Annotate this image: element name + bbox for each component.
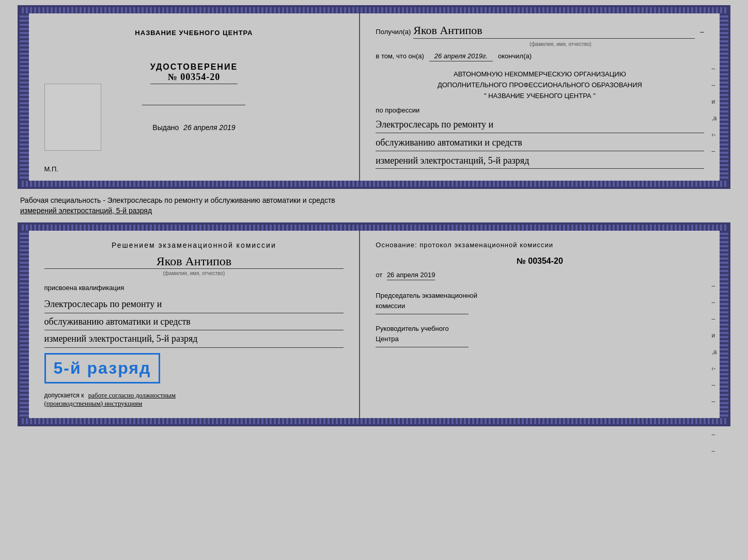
grade-text: 5-й разряд <box>54 359 151 377</box>
qual-line2: обслуживанию автоматики и средств <box>44 313 344 330</box>
in-that-line: в том, что он(а) 26 апреля 2019г. окончи… <box>376 52 704 61</box>
dash5: ‹- <box>712 131 717 138</box>
grade-box: 5-й разряд <box>44 353 161 383</box>
right-side-marks-bottom: – – – и ,а ‹- – – – – – <box>712 282 717 455</box>
protocol-number: № 00354-20 <box>376 257 704 266</box>
person-name: Яков Антипов <box>44 254 344 269</box>
qual-line3: измерений электростанций, 5-й разряд <box>44 330 344 347</box>
recipient-prefix: Получил(а) <box>376 28 411 36</box>
right-side-marks: – – и ,а ‹- – <box>712 65 717 155</box>
from-date: от 26 апреля 2019 <box>376 271 704 279</box>
admitted-cursive2: (производственным) инструкциям <box>44 399 344 408</box>
mp-label: М.П. <box>44 165 58 173</box>
qualification-label: присвоена квалификация <box>44 284 344 292</box>
director-label2: Центра <box>376 335 704 343</box>
profession-line2: обслуживанию автоматики и средств <box>376 135 704 151</box>
cert-number: № 00354-20 <box>150 72 238 84</box>
profession-line3: измерений электростанций, 5-й разряд <box>376 153 704 169</box>
dash1: – <box>712 65 717 72</box>
decision-title: Решением экзаменационной комиссии <box>44 241 344 249</box>
profession-line1: Электрослесарь по ремонту и <box>376 117 704 133</box>
fio-label: (фамилия, имя, отчество) <box>44 270 344 276</box>
org-line2: ДОПОЛНИТЕЛЬНОГО ПРОФЕССИОНАЛЬНОГО ОБРАЗО… <box>376 80 704 91</box>
cert-section: УДОСТОВЕРЕНИЕ № 00354-20 <box>150 62 238 84</box>
in-that-prefix: в том, что он(а) <box>376 52 424 60</box>
admitted-cursive: работе согласно должностным <box>88 391 176 399</box>
between-line2: измерений электростанций, 5-й разряд <box>20 206 728 216</box>
org-block: АВТОНОМНУЮ НЕКОММЕРЧЕСКУЮ ОРГАНИЗАЦИЮ ДО… <box>376 69 704 101</box>
admitted-line: допускается к работе согласно должностны… <box>44 391 344 399</box>
director-label1: Руководитель учебного <box>376 325 704 332</box>
from-date-value: 26 апреля 2019 <box>387 271 435 280</box>
recipient-name: Яков Антипов <box>413 24 695 39</box>
admitted-prefix: допускается к <box>44 392 84 399</box>
school-name-top: НАЗВАНИЕ УЧЕБНОГО ЦЕНТРА <box>135 29 253 37</box>
director-signature-line <box>376 347 469 347</box>
basis-title: Основание: протокол экзаменационной коми… <box>376 241 704 249</box>
dash6: – <box>712 148 717 155</box>
chair-signature-line <box>376 314 469 314</box>
dash3: и <box>712 98 717 105</box>
recipient-sublabel: (фамилия, имя, отчество) <box>417 41 704 47</box>
org-line1: АВТОНОМНУЮ НЕКОММЕРЧЕСКУЮ ОРГАНИЗАЦИЮ <box>376 69 704 80</box>
org-line3: " НАЗВАНИЕ УЧЕБНОГО ЦЕНТРА " <box>376 91 704 102</box>
bottom-right-page: Основание: протокол экзаменационной коми… <box>360 231 719 418</box>
qual-line1: Электрослесарь по ремонту и <box>44 296 344 313</box>
top-right-page: Получил(а) Яков Антипов – (фамилия, имя,… <box>360 13 719 181</box>
in-that-date: 26 апреля 2019г. <box>429 52 493 61</box>
commission-chair-line2: комиссии <box>376 302 704 310</box>
dash2: – <box>712 82 717 89</box>
issued-value: 26 апреля 2019 <box>183 123 235 132</box>
recipient-line: Получил(а) Яков Антипов – <box>376 24 704 39</box>
dash4: ,а <box>712 115 717 122</box>
profession-label: по профессии <box>376 106 704 114</box>
between-line1: Рабочая специальность - Электрослесарь п… <box>20 196 728 206</box>
in-that-suffix: окончил(а) <box>498 52 532 60</box>
commission-chair-line1: Председатель экзаменационной <box>376 292 704 299</box>
top-left-page: НАЗВАНИЕ УЧЕБНОГО ЦЕНТРА УДОСТОВЕРЕНИЕ №… <box>29 13 361 181</box>
from-prefix: от <box>376 271 382 279</box>
issued-label: Выдано <box>152 123 179 132</box>
between-text-block: Рабочая специальность - Электрослесарь п… <box>18 193 730 218</box>
bottom-left-page: Решением экзаменационной комиссии Яков А… <box>29 231 361 418</box>
cert-label: УДОСТОВЕРЕНИЕ <box>150 62 238 72</box>
photo-placeholder <box>44 84 101 151</box>
issued-date: Выдано 26 апреля 2019 <box>152 123 235 132</box>
